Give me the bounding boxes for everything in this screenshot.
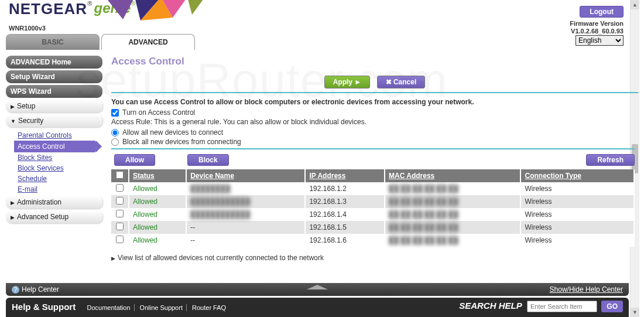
turn-on-access-control-checkbox[interactable] [111, 109, 119, 117]
sidebar-item-setup-wizard[interactable]: Setup Wizard [6, 70, 102, 83]
table-row: Allowed████████192.168.1.2██:██:██:██:██… [111, 182, 634, 195]
intro-text: You can use Access Control to allow or b… [111, 98, 635, 106]
svg-marker-0 [105, 0, 135, 19]
block-button[interactable]: Block [187, 154, 229, 166]
col-connection[interactable]: Connection Type [520, 169, 634, 182]
sidebar-item-advanced-home[interactable]: ADVANCED Home [6, 56, 102, 69]
row-checkbox[interactable] [116, 236, 124, 243]
block-new-radio[interactable] [111, 138, 119, 146]
sidebar-item-setup[interactable]: ▶Setup [6, 100, 102, 113]
cell-mac: ██:██:██:██:██:██ [385, 221, 520, 234]
cell-ip: 192.168.1.3 [305, 195, 385, 208]
col-ip[interactable]: IP Address [305, 169, 385, 182]
search-help-label: SEARCH HELP [459, 301, 522, 311]
sidebar-item-security[interactable]: ▼Security [6, 114, 102, 127]
cell-device: -- [186, 234, 305, 247]
cell-ip: 192.168.1.4 [305, 208, 385, 221]
scroll-down-icon[interactable]: ▼ [631, 308, 639, 317]
sidebar-sub-access-control[interactable]: Access Control [14, 141, 96, 152]
sidebar-sub-parental[interactable]: Parental Controls [18, 130, 102, 141]
table-row: Allowed--192.168.1.5██:██:██:██:██:██Wir… [111, 221, 634, 234]
access-rule-text: Access Rule: This is a general rule. You… [111, 118, 635, 126]
cell-status: Allowed [129, 234, 186, 247]
tab-advanced[interactable]: ADVANCED [101, 34, 195, 50]
sidebar-item-administration[interactable]: ▶Administration [6, 196, 102, 209]
cell-device: ████████████ [186, 208, 305, 221]
question-icon: ? [12, 286, 19, 294]
sidebar: ADVANCED Home Setup Wizard WPS Wizard ▶S… [6, 56, 102, 274]
search-go-button[interactable]: GO [601, 301, 623, 312]
divider [111, 92, 638, 93]
col-mac[interactable]: MAC Address [385, 169, 520, 182]
chevron-right-icon: ▶ [111, 255, 115, 261]
row-checkbox[interactable] [116, 184, 124, 192]
cell-connection: Wireless [520, 208, 634, 221]
turn-on-label: Turn on Access Control [122, 108, 195, 117]
select-all-checkbox[interactable] [116, 171, 124, 179]
language-select[interactable]: English [576, 35, 624, 46]
cell-mac: ██:██:██:██:██:██ [385, 208, 520, 221]
search-help-input[interactable] [527, 301, 597, 312]
sidebar-sub-email[interactable]: E-mail [18, 184, 102, 195]
content-scroll-area[interactable]: You can use Access Control to allow or b… [111, 98, 638, 274]
cell-mac: ██:██:██:██:██:██ [385, 195, 520, 208]
cell-status: Allowed [129, 182, 186, 195]
cell-status: Allowed [129, 195, 186, 208]
sidebar-item-advanced-setup[interactable]: ▶Advanced Setup [6, 210, 102, 223]
sidebar-sub-block-services[interactable]: Block Services [18, 163, 102, 173]
row-checkbox[interactable] [116, 223, 124, 230]
logout-button[interactable]: Logout [580, 6, 624, 18]
chevron-right-icon: ▶ [11, 104, 15, 110]
cell-ip: 192.168.1.5 [305, 221, 385, 234]
decorative-triangles-icon [105, 0, 222, 23]
allow-new-radio[interactable] [111, 129, 119, 137]
row-checkbox[interactable] [116, 197, 124, 204]
refresh-button[interactable]: Refresh [586, 154, 635, 166]
close-icon: ✖ [386, 78, 392, 86]
help-center-link[interactable]: ?Help Center [12, 285, 59, 294]
cell-connection: Wireless [520, 182, 634, 195]
sidebar-item-wps-wizard[interactable]: WPS Wizard [6, 85, 102, 98]
col-device-name[interactable]: Device Name [186, 169, 305, 182]
allow-button[interactable]: Allow [114, 154, 155, 166]
cell-device: -- [186, 221, 305, 234]
table-row: Allowed████████████192.168.1.4██:██:██:█… [111, 208, 634, 221]
cell-mac: ██:██:██:██:██:██ [385, 182, 520, 195]
col-status[interactable]: Status [129, 169, 186, 182]
footer-link-documentation[interactable]: Documentation [84, 304, 135, 311]
sidebar-sub-schedule[interactable]: Schedule [18, 173, 102, 184]
cell-mac: ██:██:██:██:██:██ [385, 234, 520, 247]
tab-basic[interactable]: BASIC [6, 34, 100, 50]
footer-link-router-faq[interactable]: Router FAQ [189, 304, 229, 311]
divider [111, 148, 635, 149]
help-center-bar: ?Help Center Show/Hide Help Center [6, 283, 629, 296]
cell-connection: Wireless [520, 195, 634, 208]
view-allowed-devices-toggle[interactable]: ▶View list of allowed devices not curren… [111, 254, 635, 262]
chevron-right-icon: ▶ [11, 200, 15, 206]
cell-connection: Wireless [520, 221, 634, 234]
apply-button[interactable]: Apply ► [324, 76, 371, 88]
model-label: WNR1000v3 [9, 25, 46, 32]
netgear-word: NETGEAR [9, 0, 87, 18]
chevron-down-icon: ▼ [11, 118, 16, 124]
help-support-label: Help & Support [12, 302, 76, 312]
allow-new-label: Allow all new devices to connect [122, 128, 223, 137]
cell-ip: 192.168.1.6 [305, 234, 385, 247]
cancel-button[interactable]: ✖ Cancel [377, 76, 426, 88]
cell-status: Allowed [129, 221, 186, 234]
page-title: Access Control [111, 56, 638, 67]
block-new-label: Block all new devices from connecting [122, 138, 241, 146]
chevron-up-icon[interactable] [307, 285, 328, 289]
row-checkbox[interactable] [116, 210, 124, 217]
footer: Help & Support Documentation Online Supp… [6, 298, 629, 317]
sidebar-sub-block-sites[interactable]: Block Sites [18, 152, 102, 163]
cell-device: ████████████ [186, 195, 305, 208]
cell-status: Allowed [129, 208, 186, 221]
table-row: Allowed--192.168.1.6██:██:██:██:██:██Wir… [111, 234, 634, 247]
show-hide-help-link[interactable]: Show/Hide Help Center [550, 285, 623, 294]
firmware-version: Firmware Version V1.0.2.68_60.0.93 [570, 20, 624, 35]
svg-marker-4 [187, 0, 205, 15]
chevron-right-icon: ▶ [11, 214, 15, 220]
cell-connection: Wireless [520, 234, 634, 247]
footer-link-online-support[interactable]: Online Support [136, 304, 187, 311]
